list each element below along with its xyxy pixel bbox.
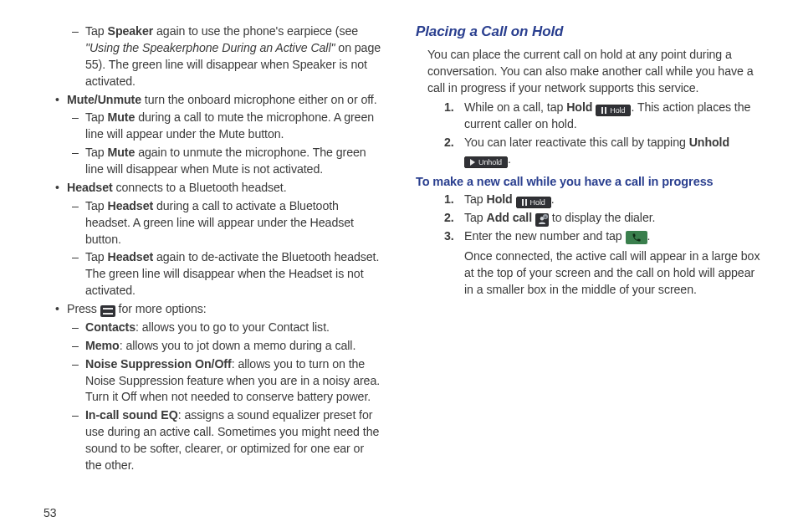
- numbered-item: 2. Tap Add call + to display the dialer.: [444, 210, 763, 227]
- bold-text: Headset: [108, 250, 154, 263]
- text: [513, 192, 516, 206]
- text: turn the onboard microphone either on or…: [141, 93, 377, 106]
- subsection-heading: To make a new call while you have a call…: [416, 173, 763, 190]
- left-column: – Tap Speaker again to use the phone's e…: [35, 22, 382, 480]
- bullet-marker: •: [55, 92, 67, 109]
- numbered-text: While on a call, tap Hold Hold. This act…: [464, 100, 763, 133]
- bullet-item: • Press for more options:: [55, 301, 382, 318]
- numbered-item: 1. While on a call, tap Hold Hold. This …: [444, 100, 763, 133]
- right-column: Placing a Call on Hold You can place the…: [416, 22, 763, 480]
- text: connects to a Bluetooth headset.: [113, 181, 287, 194]
- numbered-text: You can later reactivate this call by ta…: [464, 135, 763, 168]
- play-icon: [470, 159, 475, 166]
- dash-marker: –: [72, 23, 85, 90]
- hold-button-icon: Hold: [596, 105, 631, 116]
- add-call-icon: +: [535, 213, 549, 227]
- paragraph: You can place the current call on hold a…: [427, 47, 763, 97]
- dash-marker: –: [72, 110, 85, 143]
- text: for more options:: [115, 302, 207, 315]
- bold-text: Noise Suppression On/Off: [85, 357, 232, 371]
- plus-badge-icon: +: [543, 214, 548, 219]
- list-text: Tap Mute again to unmute the microphone.…: [85, 145, 382, 178]
- numbered-item: 3. Enter the new number and tap . Once c…: [444, 228, 763, 299]
- list-text: Contacts: allows you to go to your Conta…: [85, 320, 382, 336]
- bullet-text: Headset connects to a Bluetooth headset.: [67, 180, 382, 197]
- list-item: – Memo: allows you to jot down a memo du…: [72, 338, 382, 355]
- number-marker: 3.: [444, 228, 464, 299]
- dash-marker: –: [72, 407, 85, 474]
- list-text: Tap Headset during a call to activate a …: [85, 198, 382, 248]
- list-item: – Tap Speaker again to use the phone's e…: [72, 23, 382, 90]
- bullet-item: • Headset connects to a Bluetooth headse…: [55, 180, 382, 197]
- menu-icon: [100, 305, 115, 317]
- list-item: – Tap Mute during a call to mute the mic…: [72, 110, 382, 143]
- button-label: Hold: [610, 105, 625, 115]
- list-text: Tap Headset again to de-activate the Blu…: [85, 249, 382, 299]
- bullet-text: Mute/Unmute turn the onboard microphone …: [67, 92, 382, 109]
- dash-marker: –: [72, 356, 85, 407]
- bullet-item: • Mute/Unmute turn the onboard microphon…: [55, 92, 382, 109]
- bold-text: Headset: [108, 199, 154, 212]
- text: again to use the phone's earpiece (see: [153, 24, 358, 38]
- dash-marker: –: [72, 249, 85, 299]
- button-label: Unhold: [478, 157, 502, 167]
- list-item: – Tap Headset during a call to activate …: [72, 198, 382, 248]
- text: .: [647, 229, 651, 243]
- bold-text: Hold: [566, 100, 592, 114]
- text: Tap: [85, 110, 108, 124]
- text: Tap: [464, 192, 487, 206]
- numbered-text: Tap Hold Hold.: [464, 192, 763, 208]
- bullet-marker: •: [55, 180, 67, 197]
- bold-text: Mute/Unmute: [67, 93, 141, 106]
- pause-icon: [522, 199, 527, 206]
- dash-marker: –: [72, 320, 85, 336]
- text: .: [508, 152, 511, 166]
- text: You can later reactivate this call by ta…: [464, 136, 689, 149]
- text: : allows you to go to your Contact list.: [136, 320, 330, 334]
- follow-up-paragraph: Once connected, the active call will app…: [464, 248, 763, 299]
- numbered-item: 1. Tap Hold Hold.: [444, 192, 763, 208]
- bold-text: Contacts: [85, 320, 136, 334]
- pause-icon: [601, 107, 606, 114]
- bold-text: Unhold: [689, 136, 729, 149]
- numbered-item: 2. You can later reactivate this call by…: [444, 135, 763, 168]
- page-number: 53: [43, 505, 763, 522]
- bold-text: Memo: [85, 339, 120, 352]
- dash-marker: –: [72, 198, 85, 248]
- two-column-layout: – Tap Speaker again to use the phone's e…: [35, 22, 763, 480]
- number-marker: 2.: [444, 210, 464, 227]
- list-item: – Noise Suppression On/Off: allows you t…: [72, 356, 382, 407]
- text: Tap: [85, 146, 108, 159]
- bold-text: Mute: [108, 146, 136, 159]
- italic-text: "Using the Speakerphone During an Active…: [85, 41, 335, 54]
- bold-text: In-call sound EQ: [85, 408, 178, 422]
- svg-rect-1: [103, 313, 113, 315]
- bold-text: Mute: [108, 110, 136, 124]
- text: While on a call, tap: [464, 100, 566, 114]
- number-marker: 1.: [444, 100, 464, 133]
- number-marker: 2.: [444, 135, 464, 168]
- list-item: – Tap Mute again to unmute the microphon…: [72, 145, 382, 178]
- bold-text: Hold: [487, 192, 513, 206]
- list-text: In-call sound EQ: assigns a sound equali…: [85, 407, 382, 474]
- text: Tap: [85, 250, 108, 263]
- bullet-text: Press for more options:: [67, 301, 382, 318]
- dash-marker: –: [72, 145, 85, 178]
- list-text: Memo: allows you to jot down a memo duri…: [85, 338, 382, 355]
- text: Tap: [85, 199, 108, 212]
- section-heading: Placing a Call on Hold: [416, 22, 763, 42]
- list-item: – Tap Headset again to de-activate the B…: [72, 249, 382, 299]
- numbered-text: Tap Add call + to display the dialer.: [464, 210, 763, 227]
- call-icon: [626, 231, 647, 244]
- list-item: – In-call sound EQ: assigns a sound equa…: [72, 407, 382, 474]
- text: : allows you to jot down a memo during a…: [120, 339, 356, 352]
- svg-rect-0: [103, 308, 113, 309]
- text: to display the dialer.: [549, 211, 656, 224]
- manual-page: – Tap Speaker again to use the phone's e…: [0, 0, 798, 532]
- text: .: [551, 192, 555, 206]
- list-text: Tap Speaker again to use the phone's ear…: [85, 23, 382, 90]
- unhold-button-icon: Unhold: [464, 156, 508, 168]
- text: Tap: [464, 211, 487, 224]
- button-label: Hold: [530, 197, 545, 207]
- list-item: – Contacts: allows you to go to your Con…: [72, 320, 382, 336]
